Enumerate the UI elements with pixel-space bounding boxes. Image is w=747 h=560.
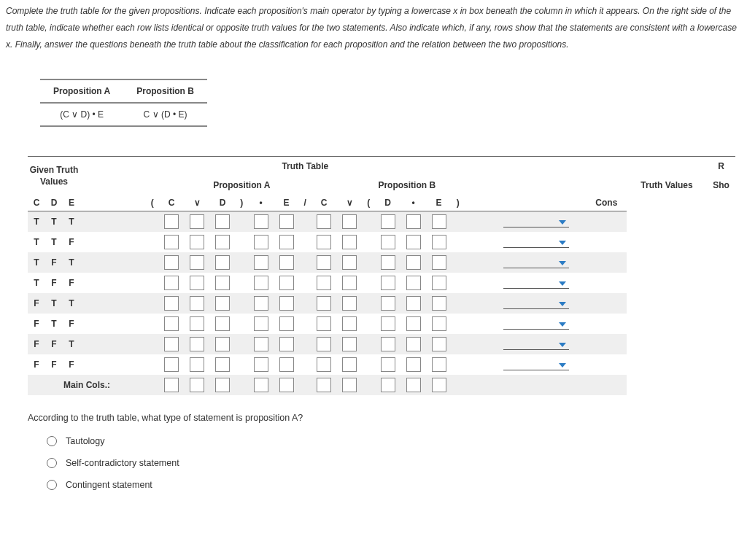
truth-cell-input[interactable] bbox=[381, 235, 395, 249]
main-col-input[interactable] bbox=[254, 378, 268, 392]
truth-cell-input[interactable] bbox=[342, 235, 357, 249]
truth-cell-input[interactable] bbox=[381, 255, 395, 270]
truth-cell-input[interactable] bbox=[190, 235, 204, 249]
truth-cell-input[interactable] bbox=[342, 276, 357, 290]
truth-cell-input[interactable] bbox=[215, 357, 230, 372]
main-col-input[interactable] bbox=[215, 378, 230, 392]
truth-cell-input[interactable] bbox=[190, 357, 204, 372]
truth-cell-input[interactable] bbox=[215, 296, 230, 311]
main-col-input[interactable] bbox=[164, 378, 179, 392]
main-col-input[interactable] bbox=[279, 378, 294, 392]
truth-cell-input[interactable] bbox=[317, 255, 331, 270]
truth-cell-input[interactable] bbox=[406, 235, 421, 249]
main-col-input[interactable] bbox=[432, 378, 446, 392]
truth-cell-input[interactable] bbox=[381, 337, 395, 351]
truth-cell-input[interactable] bbox=[190, 337, 204, 351]
truth-cell-input[interactable] bbox=[406, 255, 421, 270]
truth-cell-input[interactable] bbox=[317, 316, 331, 331]
truth-cell-input[interactable] bbox=[317, 296, 331, 311]
truth-cell-input[interactable] bbox=[432, 276, 446, 290]
truth-cell-input[interactable] bbox=[342, 357, 357, 372]
main-col-input[interactable] bbox=[406, 378, 421, 392]
truth-cell-input[interactable] bbox=[432, 235, 446, 249]
truth-cell-input[interactable] bbox=[215, 316, 230, 331]
truth-values-dropdown[interactable] bbox=[503, 360, 569, 370]
truth-cell-input[interactable] bbox=[381, 357, 395, 372]
truth-cell-input[interactable] bbox=[215, 255, 230, 270]
truth-cell-input[interactable] bbox=[254, 255, 268, 270]
truth-values-dropdown[interactable] bbox=[503, 340, 569, 350]
truth-cell-input[interactable] bbox=[279, 337, 294, 351]
truth-cell-input[interactable] bbox=[406, 276, 421, 290]
option-self-contradictory[interactable]: Self-contradictory statement bbox=[47, 452, 747, 474]
truth-cell-input[interactable] bbox=[342, 255, 357, 270]
truth-cell-input[interactable] bbox=[254, 357, 268, 372]
truth-cell-input[interactable] bbox=[190, 255, 204, 270]
main-col-input[interactable] bbox=[190, 378, 204, 392]
option-contingent[interactable]: Contingent statement bbox=[47, 474, 747, 496]
truth-values-dropdown[interactable] bbox=[503, 279, 569, 289]
truth-cell-input[interactable] bbox=[279, 214, 294, 229]
truth-cell-input[interactable] bbox=[190, 276, 204, 290]
truth-values-dropdown[interactable] bbox=[503, 319, 569, 330]
truth-cell-input[interactable] bbox=[342, 296, 357, 311]
truth-values-dropdown[interactable] bbox=[503, 238, 569, 248]
truth-cell-input[interactable] bbox=[432, 214, 446, 229]
truth-cell-input[interactable] bbox=[164, 255, 179, 270]
truth-cell-input[interactable] bbox=[406, 296, 421, 311]
truth-cell-input[interactable] bbox=[381, 296, 395, 311]
truth-cell-input[interactable] bbox=[317, 235, 331, 249]
truth-cell-input[interactable] bbox=[279, 296, 294, 311]
truth-cell-input[interactable] bbox=[164, 235, 179, 249]
truth-cell-input[interactable] bbox=[342, 337, 357, 351]
main-col-input[interactable] bbox=[381, 378, 395, 392]
truth-cell-input[interactable] bbox=[279, 357, 294, 372]
truth-cell-input[interactable] bbox=[432, 316, 446, 331]
truth-cell-input[interactable] bbox=[254, 316, 268, 331]
truth-cell-input[interactable] bbox=[342, 316, 357, 331]
truth-cell-input[interactable] bbox=[190, 214, 204, 229]
truth-cell-input[interactable] bbox=[432, 357, 446, 372]
truth-cell-input[interactable] bbox=[164, 337, 179, 351]
truth-cell-input[interactable] bbox=[432, 296, 446, 311]
truth-cell-input[interactable] bbox=[406, 214, 421, 229]
option-tautology[interactable]: Tautology bbox=[47, 430, 747, 452]
truth-values-dropdown[interactable] bbox=[503, 258, 569, 268]
truth-cell-input[interactable] bbox=[381, 214, 395, 229]
truth-cell-input[interactable] bbox=[279, 255, 294, 270]
truth-cell-input[interactable] bbox=[164, 316, 179, 331]
truth-values-dropdown[interactable] bbox=[503, 217, 569, 228]
truth-cell-input[interactable] bbox=[279, 235, 294, 249]
truth-cell-input[interactable] bbox=[432, 255, 446, 270]
truth-cell-input[interactable] bbox=[342, 214, 357, 229]
main-col-input[interactable] bbox=[342, 378, 357, 392]
truth-cell-input[interactable] bbox=[406, 337, 421, 351]
truth-cell-input[interactable] bbox=[254, 214, 268, 229]
truth-cell-input[interactable] bbox=[381, 276, 395, 290]
truth-cell-input[interactable] bbox=[317, 357, 331, 372]
truth-cell-input[interactable] bbox=[215, 214, 230, 229]
truth-values-dropdown[interactable] bbox=[503, 299, 569, 309]
truth-cell-input[interactable] bbox=[190, 316, 204, 331]
truth-cell-input[interactable] bbox=[215, 337, 230, 351]
truth-cell-input[interactable] bbox=[190, 296, 204, 311]
truth-cell-input[interactable] bbox=[164, 357, 179, 372]
truth-cell-input[interactable] bbox=[164, 296, 179, 311]
truth-cell-input[interactable] bbox=[164, 214, 179, 229]
truth-cell-input[interactable] bbox=[164, 276, 179, 290]
truth-cell-input[interactable] bbox=[317, 337, 331, 351]
truth-cell-input[interactable] bbox=[279, 316, 294, 331]
truth-cell-input[interactable] bbox=[317, 214, 331, 229]
truth-cell-input[interactable] bbox=[254, 296, 268, 311]
truth-cell-input[interactable] bbox=[317, 276, 331, 290]
truth-cell-input[interactable] bbox=[215, 276, 230, 290]
truth-cell-input[interactable] bbox=[406, 316, 421, 331]
truth-cell-input[interactable] bbox=[406, 357, 421, 372]
truth-cell-input[interactable] bbox=[381, 316, 395, 331]
truth-cell-input[interactable] bbox=[254, 337, 268, 351]
truth-cell-input[interactable] bbox=[254, 235, 268, 249]
truth-cell-input[interactable] bbox=[432, 337, 446, 351]
truth-cell-input[interactable] bbox=[215, 235, 230, 249]
main-col-input[interactable] bbox=[317, 378, 331, 392]
truth-cell-input[interactable] bbox=[279, 276, 294, 290]
